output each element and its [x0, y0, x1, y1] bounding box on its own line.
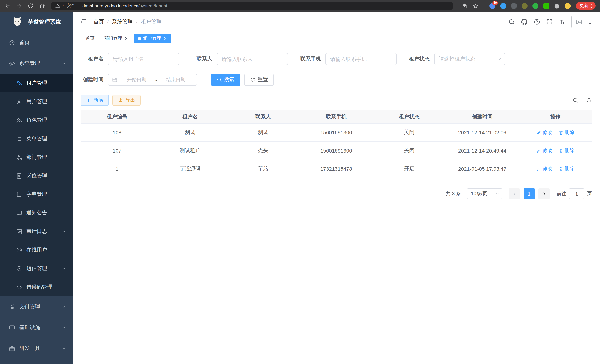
sidebar-menu-item[interactable]: 支付管理: [0, 297, 73, 317]
breadcrumb-item[interactable]: 系统管理: [112, 19, 141, 25]
delete-icon: [558, 148, 563, 153]
sidebar-menu-item[interactable]: 审计日志: [0, 222, 73, 241]
cell-created: 2021-12-14 20:49:44: [446, 148, 519, 154]
table-header-cell[interactable]: 操作: [519, 113, 592, 120]
back-icon[interactable]: [4, 3, 11, 9]
delete-link[interactable]: 删除: [558, 147, 574, 154]
browser-address-bar[interactable]: 不安全 dashboard.yudao.iocoder.cn/system/te…: [51, 2, 453, 10]
edit-link[interactable]: 修改: [536, 147, 552, 154]
reset-button[interactable]: 重置: [244, 74, 274, 86]
tab-close-icon[interactable]: [163, 36, 167, 40]
table-header-cell[interactable]: 联系手机: [300, 113, 373, 120]
reload-icon[interactable]: [28, 3, 34, 9]
create-time-range-picker[interactable]: 开始日期 - 结束日期: [108, 74, 197, 86]
breadcrumb-item[interactable]: 租户管理: [141, 19, 162, 25]
kebab-menu-icon[interactable]: [589, 3, 594, 8]
view-tab[interactable]: 租户管理: [134, 34, 171, 43]
search-icon[interactable]: [508, 19, 515, 25]
sidebar-menu-item[interactable]: 错误码管理: [0, 278, 73, 297]
sidebar-menu-item[interactable]: 研发工具: [0, 338, 73, 359]
table-row[interactable]: 108 测试 测试 15601691300 关闭 2021-12-14 21:0…: [81, 123, 592, 142]
extension-icon[interactable]: [533, 3, 538, 9]
sidebar-menu-item[interactable]: 基础设施: [0, 317, 73, 338]
delete-link[interactable]: 删除: [558, 166, 574, 172]
phone-input[interactable]: [325, 53, 397, 65]
breadcrumb-item[interactable]: 首页: [94, 19, 112, 25]
table-header-cell[interactable]: 租户名: [154, 113, 227, 120]
avatar-caret-icon[interactable]: [588, 21, 593, 26]
menu-item-icon: [16, 80, 22, 86]
sidebar-menu-item[interactable]: 岗位管理: [0, 167, 73, 185]
fullscreen-icon[interactable]: [546, 19, 553, 25]
extension-icon[interactable]: [500, 3, 506, 9]
app-logo-row[interactable]: 芋道管理系统: [0, 11, 73, 32]
prev-page-button[interactable]: [509, 188, 520, 199]
end-date-placeholder: 结束日期: [159, 76, 193, 83]
edit-link[interactable]: 修改: [536, 166, 552, 172]
cell-phone: 15601691300: [300, 130, 373, 135]
search-button[interactable]: 搜索: [211, 74, 240, 86]
tenant-name-input[interactable]: [108, 53, 179, 65]
next-page-button[interactable]: [538, 188, 550, 199]
extension-icon[interactable]: [511, 3, 517, 9]
contact-input[interactable]: [217, 53, 288, 65]
font-size-icon[interactable]: [559, 19, 565, 25]
add-button[interactable]: 新增: [81, 95, 109, 106]
extension-icon[interactable]: [565, 3, 571, 9]
sidebar-menu-item[interactable]: 系统管理: [0, 53, 73, 74]
table-header-cell[interactable]: 租户编号: [81, 113, 154, 120]
page-unit-label: 页: [587, 190, 592, 197]
delete-label: 删除: [564, 166, 574, 172]
sidebar-menu-item[interactable]: 用户管理: [0, 92, 73, 111]
page-size-value: 10条/页: [471, 190, 487, 197]
avatar[interactable]: [572, 16, 586, 28]
table-row[interactable]: 107 测试租户 秃头 15601691300 关闭 2021-12-14 20…: [81, 142, 592, 160]
sidebar-menu-item[interactable]: 通知公告: [0, 204, 73, 222]
table-header-cell[interactable]: 创建时间: [446, 113, 519, 120]
menu-item-chevron-icon: [62, 229, 66, 234]
github-icon[interactable]: [521, 19, 528, 25]
browser-update-button[interactable]: 更新: [576, 2, 596, 10]
export-button[interactable]: 导出: [112, 95, 141, 106]
delete-link[interactable]: 删除: [558, 129, 574, 136]
page-number-button[interactable]: 1: [524, 188, 535, 199]
sidebar-menu-item[interactable]: 部门管理: [0, 148, 73, 167]
menu-item-chevron-icon: [62, 174, 66, 178]
status-label: 租户状态: [407, 56, 430, 62]
menu-item-chevron-icon: [62, 248, 66, 252]
table-row[interactable]: 1 芋道源码 芋艿 17321315478 开启 2021-01-05 17:0…: [81, 160, 592, 178]
sidebar-menu-item[interactable]: 首页: [0, 32, 73, 53]
page-size-select[interactable]: 10条/页: [467, 188, 502, 199]
sidebar-menu-item[interactable]: 租户管理: [0, 74, 73, 92]
delete-label: 删除: [564, 147, 574, 154]
help-icon[interactable]: [534, 19, 540, 25]
sidebar-menu-item[interactable]: 在线用户: [0, 241, 73, 259]
extension-icon[interactable]: [543, 3, 549, 9]
refresh-table-icon[interactable]: [586, 97, 592, 103]
sidebar-menu-item[interactable]: 字典管理: [0, 185, 73, 204]
sidebar-menu-item[interactable]: 短信管理: [0, 259, 73, 278]
extension-icon[interactable]: [522, 3, 528, 9]
table-header-cell[interactable]: 联系人: [226, 113, 300, 120]
menu-item-icon: [16, 136, 22, 142]
show-search-toggle-icon[interactable]: [572, 97, 579, 103]
menu-item-chevron-icon: [62, 40, 66, 45]
bookmark-star-icon[interactable]: [473, 3, 479, 9]
sidebar-menu-item[interactable]: 角色管理: [0, 111, 73, 130]
extension-icon[interactable]: [554, 3, 560, 9]
goto-page-input[interactable]: [569, 188, 584, 199]
table-header-cell[interactable]: 租户状态: [373, 113, 446, 120]
filter-row-1: 租户名 联系人 联系手机 租户状态 请选择租户状态: [81, 53, 592, 65]
home-icon[interactable]: [39, 3, 45, 9]
reset-button-label: 重置: [258, 76, 268, 83]
extension-icon[interactable]: 10: [489, 3, 495, 9]
status-select[interactable]: 请选择租户状态: [434, 53, 505, 65]
view-tab[interactable]: 首页: [82, 34, 98, 43]
tab-close-icon[interactable]: [124, 36, 128, 40]
share-icon[interactable]: [462, 3, 468, 9]
forward-icon[interactable]: [16, 3, 22, 9]
view-tab[interactable]: 部门管理: [101, 34, 132, 43]
sidebar-menu-item[interactable]: 菜单管理: [0, 130, 73, 148]
sidebar-fold-icon[interactable]: [79, 18, 87, 26]
edit-link[interactable]: 修改: [536, 129, 552, 136]
